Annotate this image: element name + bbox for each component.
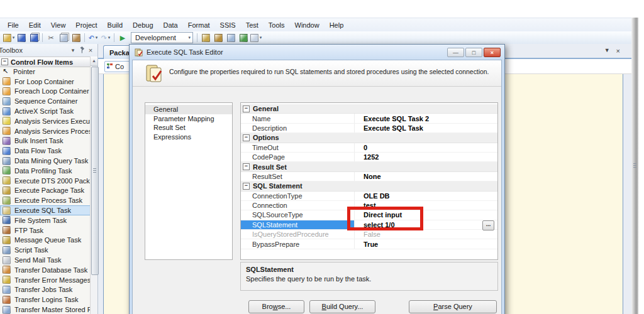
toolbox-item-data-profiling-task[interactable]: Data Profiling Task <box>0 166 91 176</box>
toolbox-item-bulk-insert-task[interactable]: Bulk Insert Task <box>0 136 91 146</box>
menu-view[interactable]: View <box>46 19 71 31</box>
toolbox-item-foreach-loop-container[interactable]: Foreach Loop Container <box>0 87 91 97</box>
scroll-up-icon[interactable]: ▲ <box>91 57 97 66</box>
save-all-icon[interactable] <box>28 33 40 43</box>
toolbox-item-message-queue-task[interactable]: Message Queue Task <box>0 236 91 246</box>
menu-build[interactable]: Build <box>103 19 128 31</box>
pin-icon[interactable] <box>77 46 86 55</box>
copy-icon[interactable] <box>57 33 70 43</box>
property-value[interactable]: False <box>354 230 497 239</box>
grid-row-description[interactable]: DescriptionExecute SQL Task <box>241 124 497 133</box>
toolbox-item-transfer-error-messages-task[interactable]: Transfer Error Messages Task <box>0 275 91 285</box>
ellipsis-button[interactable]: ... <box>482 220 494 230</box>
toolbox-item-analysis-services-processin[interactable]: Analysis Services Processin... <box>0 126 91 136</box>
collapse-icon[interactable]: − <box>243 134 250 141</box>
property-value[interactable]: Execute SQL Task <box>354 124 497 133</box>
toolbox-scrollbar[interactable]: ▲ <box>90 57 97 314</box>
menu-ssis[interactable]: SSIS <box>215 19 241 31</box>
redo-icon[interactable]: ↷▾ <box>99 33 112 43</box>
minimize-button[interactable]: — <box>447 48 464 57</box>
grid-row-resultset[interactable]: ResultSetNone <box>241 172 497 181</box>
grid-row-timeout[interactable]: TimeOut0 <box>241 143 497 153</box>
nav-item-result-set[interactable]: Result Set <box>145 123 232 133</box>
toolbox-item-transfer-master-stored-proc[interactable]: Transfer Master Stored Proc... <box>0 305 91 314</box>
property-value[interactable]: 0 <box>354 143 497 152</box>
close-document-icon[interactable]: × <box>616 47 620 55</box>
browse-button[interactable]: Browse... <box>248 300 304 313</box>
nav-item-general[interactable]: General <box>145 105 232 114</box>
menu-window[interactable]: Window <box>290 19 325 31</box>
collapse-icon[interactable]: − <box>243 106 250 112</box>
close-button[interactable]: × <box>484 48 501 57</box>
nav-item-parameter-mapping[interactable]: Parameter Mapping <box>145 114 232 124</box>
window-icon[interactable]: ▾ <box>250 33 262 43</box>
grid-row-connectiontype[interactable]: ConnectionTypeOLE DB <box>241 192 497 201</box>
toolbox-item-execute-process-task[interactable]: Execute Process Task <box>0 195 91 205</box>
menu-format[interactable]: Format <box>183 19 215 31</box>
toolbox-item-transfer-logins-task[interactable]: Transfer Logins Task <box>0 295 91 305</box>
run-icon[interactable]: ▶ <box>116 33 129 43</box>
toolbox-item-ftp-task[interactable]: FTP Task <box>0 225 91 236</box>
grid-category-sql-statement[interactable]: −SQL Statement <box>241 181 497 191</box>
grid-category-general[interactable]: −General <box>241 104 497 114</box>
grid-row-name[interactable]: NameExecute SQL Task 2 <box>241 114 497 123</box>
toolbox-item-sequence-container[interactable]: Sequence Container <box>0 96 91 106</box>
active-files-dropdown-icon[interactable]: ▼ <box>604 47 610 55</box>
menu-data[interactable]: Data <box>158 19 183 31</box>
menu-debug[interactable]: Debug <box>128 19 158 31</box>
property-value[interactable]: 1252 <box>354 153 497 161</box>
menu-edit[interactable]: Edit <box>24 19 46 31</box>
toolbox-item-script-task[interactable]: Script Task <box>0 245 91 255</box>
grid-row-isquerystoredprocedure[interactable]: IsQueryStoredProcedureFalse <box>241 230 497 239</box>
grid-row-bypassprepare[interactable]: BypassPrepareTrue <box>241 239 497 249</box>
nav-item-expressions[interactable]: Expressions <box>145 133 232 142</box>
toolbox-item-file-system-task[interactable]: File System Task <box>0 215 91 225</box>
dialog-titlebar[interactable]: Execute SQL Task Editor — □ × <box>130 45 504 60</box>
grid-category-result-set[interactable]: −Result Set <box>241 162 497 171</box>
menu-help[interactable]: Help <box>325 19 349 31</box>
collapse-icon[interactable]: − <box>1 58 8 65</box>
collapse-icon[interactable]: − <box>243 183 250 190</box>
window-edge-splitter[interactable] <box>631 18 638 314</box>
build-query-button[interactable]: Build Query... <box>309 300 375 313</box>
save-icon[interactable] <box>15 33 28 43</box>
menu-tools[interactable]: Tools <box>264 19 290 31</box>
close-toolbox-icon[interactable]: × <box>86 46 95 54</box>
toolbox-item-execute-dts-2000-package[interactable]: Execute DTS 2000 Package ... <box>0 176 91 186</box>
toolbox-item-data-flow-task[interactable]: Data Flow Task <box>0 146 91 156</box>
toolbox-menu-icon[interactable]: ▾ <box>69 47 77 53</box>
toolbox-item-activex-script-task[interactable]: ActiveX Script Task <box>0 106 91 116</box>
cut-icon[interactable]: ✂ <box>45 33 57 43</box>
property-value[interactable]: Execute SQL Task 2 <box>354 114 497 122</box>
toolbox-item-for-loop-container[interactable]: For Loop Container <box>0 77 91 87</box>
toolbox-item-transfer-database-task[interactable]: Transfer Database Task <box>0 265 91 275</box>
import-icon[interactable] <box>237 33 250 43</box>
toolbox-item-send-mail-task[interactable]: Send Mail Task <box>0 255 91 265</box>
toolbox-item-pointer[interactable]: ↖Pointer <box>0 67 91 77</box>
variables-icon[interactable] <box>212 33 225 43</box>
collapse-icon[interactable]: − <box>243 163 250 170</box>
toolbox-item-execute-package-task[interactable]: Execute Package Task <box>0 186 91 196</box>
toolbox-item-analysis-services-execute-d[interactable]: Analysis Services Execute D... <box>0 116 91 126</box>
menu-file[interactable]: File <box>3 19 24 31</box>
toolbox-item-execute-sql-task[interactable]: Execute SQL Task <box>0 205 91 215</box>
property-value[interactable]: True <box>354 239 497 248</box>
property-value[interactable]: OLE DB <box>354 192 497 200</box>
menu-test[interactable]: Test <box>241 19 264 31</box>
toolbox-item-data-mining-query-task[interactable]: Data Mining Query Task <box>0 156 91 166</box>
package-configurations-icon[interactable] <box>199 33 212 43</box>
grid-category-options[interactable]: −Options <box>241 133 497 143</box>
property-value[interactable]: None <box>354 172 497 181</box>
toolbox-section-header[interactable]: − Control Flow Items <box>0 57 91 67</box>
maximize-button[interactable]: □ <box>465 48 482 57</box>
scrollbar-thumb[interactable] <box>91 67 99 275</box>
grid-row-codepage[interactable]: CodePage1252 <box>241 153 497 162</box>
paste-icon[interactable] <box>70 33 82 43</box>
log-events-icon[interactable] <box>225 33 237 43</box>
menu-project[interactable]: Project <box>70 19 102 31</box>
toolbox-item-transfer-jobs-task[interactable]: Transfer Jobs Task <box>0 285 91 295</box>
parse-query-button[interactable]: Parse Query <box>409 300 497 313</box>
undo-icon[interactable]: ↶▾ <box>87 33 99 43</box>
configuration-combo[interactable]: Development▾ <box>131 32 193 43</box>
new-item-icon[interactable]: ▾ <box>3 33 15 43</box>
